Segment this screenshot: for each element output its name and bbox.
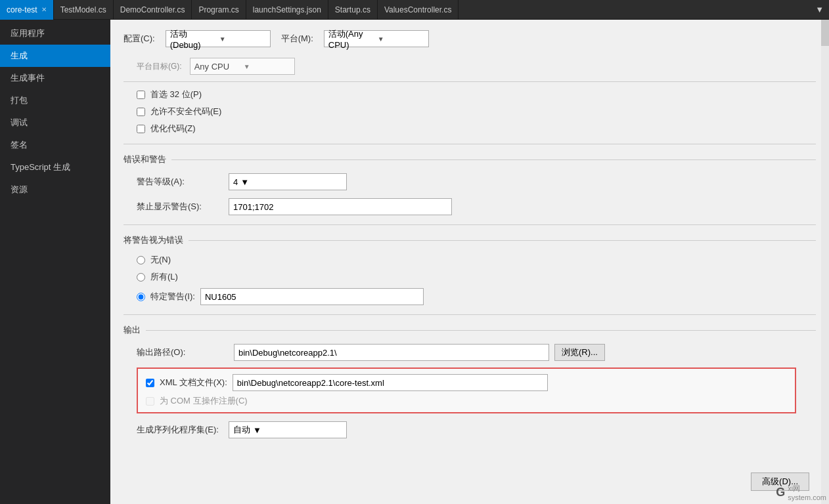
- tab-core-test[interactable]: core-test ✕: [0, 0, 54, 20]
- radio-none-label: 无(N): [150, 254, 171, 266]
- warning-level-label: 警告等级(A):: [137, 176, 229, 188]
- tab-label: Program.cs: [198, 5, 238, 14]
- tab-democontroller[interactable]: DemoController.cs: [114, 0, 192, 20]
- config-select[interactable]: 活动(Debug) ▼: [166, 30, 271, 47]
- com-row: 为 COM 互操作注册(C): [146, 395, 787, 407]
- radio-specific[interactable]: [137, 293, 145, 301]
- serialization-row: 生成序列化程序集(E): 自动 ▼: [123, 421, 816, 438]
- prefer32-checkbox[interactable]: [137, 91, 145, 99]
- serialization-select[interactable]: 自动 ▼: [229, 421, 347, 438]
- tab-label: launchSettings.json: [253, 5, 321, 14]
- partial-top-value: Any CPU: [194, 62, 241, 72]
- treat-warnings-section-header: 将警告视为错误: [123, 234, 816, 246]
- scroll-thumb[interactable]: [821, 20, 829, 46]
- sidebar-item-package[interactable]: 打包: [0, 89, 110, 112]
- com-label: 为 COM 互操作注册(C): [160, 395, 248, 407]
- radio-all[interactable]: [137, 273, 145, 282]
- tab-overflow-button[interactable]: ▼: [810, 5, 829, 14]
- xml-checkbox[interactable]: [146, 379, 154, 387]
- optimize-label: 优化代码(Z): [150, 123, 196, 135]
- radio-all-row: 所有(L): [137, 271, 816, 283]
- output-path-row: 输出路径(O): 浏览(R)...: [123, 344, 816, 361]
- output-path-label: 输出路径(O):: [137, 346, 229, 358]
- sidebar-item-debug[interactable]: 调试: [0, 112, 110, 134]
- radio-none-row: 无(N): [137, 254, 816, 266]
- radio-specific-label: 特定警告(I):: [150, 291, 195, 303]
- tab-label: ValuesController.cs: [384, 5, 452, 14]
- specific-warnings-input[interactable]: [200, 288, 424, 305]
- main-layout: 应用程序 生成 生成事件 打包 调试 签名 TypeScript 生成 资源 配…: [0, 20, 829, 504]
- treat-warnings-radio-group: 无(N) 所有(L) 特定警告(I):: [123, 254, 816, 305]
- chevron-down-icon: ▼: [378, 35, 424, 43]
- chevron-down-icon: ▼: [240, 177, 249, 187]
- tab-launchsettings[interactable]: launchSettings.json: [246, 0, 328, 20]
- tab-label: TestModel.cs: [60, 5, 106, 14]
- config-label: 配置(C):: [123, 33, 155, 45]
- config-row: 配置(C): 活动(Debug) ▼ 平台(M): 活动(Any CPU) ▼: [123, 30, 816, 47]
- serialization-label: 生成序列化程序集(E):: [137, 424, 229, 436]
- highlight-box: XML 文档文件(X): 为 COM 互操作注册(C): [137, 368, 796, 413]
- warning-level-select[interactable]: 4 ▼: [229, 173, 347, 190]
- sidebar-item-app[interactable]: 应用程序: [0, 22, 110, 45]
- warning-level-row: 警告等级(A): 4 ▼: [123, 173, 816, 190]
- watermark-text: xi网 system.com: [788, 484, 826, 501]
- tab-startup[interactable]: Startup.cs: [328, 0, 378, 20]
- prefer32-row: 首选 32 位(P): [123, 89, 816, 100]
- errors-section-header: 错误和警告: [123, 154, 816, 165]
- com-checkbox[interactable]: [146, 397, 154, 406]
- radio-specific-row: 特定警告(I):: [137, 288, 816, 305]
- radio-all-label: 所有(L): [150, 271, 178, 283]
- chevron-down-icon: ▼: [219, 35, 266, 43]
- platform-label: 平台(M):: [281, 33, 313, 45]
- watermark-g: G: [776, 486, 785, 499]
- unsafe-checkbox[interactable]: [137, 108, 145, 116]
- watermark: G xi网 system.com: [776, 484, 826, 501]
- scrollbar[interactable]: [821, 20, 829, 504]
- xml-label: XML 文档文件(X):: [160, 377, 227, 388]
- xml-row: XML 文档文件(X):: [146, 374, 787, 391]
- tab-label: Startup.cs: [335, 5, 370, 14]
- content-inner: 配置(C): 活动(Debug) ▼ 平台(M): 活动(Any CPU) ▼ …: [110, 20, 829, 504]
- sidebar-item-typescript[interactable]: TypeScript 生成: [0, 156, 110, 178]
- tab-valuescontroller[interactable]: ValuesController.cs: [378, 0, 459, 20]
- unsafe-label: 允许不安全代码(E): [150, 106, 221, 117]
- xml-path-input[interactable]: [233, 374, 548, 391]
- output-section-header: 输出: [123, 324, 816, 336]
- optimize-checkbox[interactable]: [137, 125, 145, 133]
- suppress-warnings-input[interactable]: [229, 198, 452, 215]
- tab-bar: core-test ✕ TestModel.cs DemoController.…: [0, 0, 829, 20]
- partial-top-row: 平台目标(G): Any CPU ▼: [123, 58, 816, 82]
- optimize-row: 优化代码(Z): [123, 123, 816, 135]
- config-select-value: 活动(Debug): [170, 28, 217, 50]
- partial-top-select[interactable]: Any CPU ▼: [190, 58, 295, 75]
- sidebar-item-build[interactable]: 生成: [0, 45, 110, 67]
- suppress-warnings-row: 禁止显示警告(S):: [123, 198, 816, 215]
- radio-none[interactable]: [137, 256, 145, 264]
- close-icon[interactable]: ✕: [41, 6, 47, 13]
- divider-2: [123, 224, 816, 225]
- output-path-input[interactable]: [234, 344, 549, 361]
- chevron-down-icon: ▼: [253, 425, 261, 435]
- sidebar-item-sign[interactable]: 签名: [0, 134, 110, 156]
- chevron-down-icon: ▼: [244, 63, 290, 70]
- unsafe-row: 允许不安全代码(E): [123, 106, 816, 117]
- sidebar-item-resources[interactable]: 资源: [0, 178, 110, 201]
- sidebar: 应用程序 生成 生成事件 打包 调试 签名 TypeScript 生成 资源: [0, 20, 110, 504]
- content-area: 配置(C): 活动(Debug) ▼ 平台(M): 活动(Any CPU) ▼ …: [110, 20, 829, 504]
- suppress-warnings-label: 禁止显示警告(S):: [137, 201, 229, 213]
- browse-button[interactable]: 浏览(R)...: [554, 344, 605, 361]
- warning-level-value: 4: [233, 177, 238, 187]
- tab-label: core-test: [7, 5, 37, 14]
- chevron-down-icon: ▼: [815, 5, 824, 14]
- prefer32-label: 首选 32 位(P): [150, 89, 202, 100]
- serialization-value: 自动: [233, 424, 250, 436]
- divider-1: [123, 144, 816, 144]
- platform-select[interactable]: 活动(Any CPU) ▼: [324, 30, 429, 47]
- sidebar-item-buildevents[interactable]: 生成事件: [0, 67, 110, 89]
- tab-testmodel[interactable]: TestModel.cs: [54, 0, 114, 20]
- tab-program[interactable]: Program.cs: [192, 0, 246, 20]
- divider-3: [123, 314, 816, 315]
- platform-select-value: 活动(Any CPU): [328, 28, 375, 50]
- tab-label: DemoController.cs: [120, 5, 185, 14]
- partial-top-label: 平台目标(G):: [137, 61, 182, 72]
